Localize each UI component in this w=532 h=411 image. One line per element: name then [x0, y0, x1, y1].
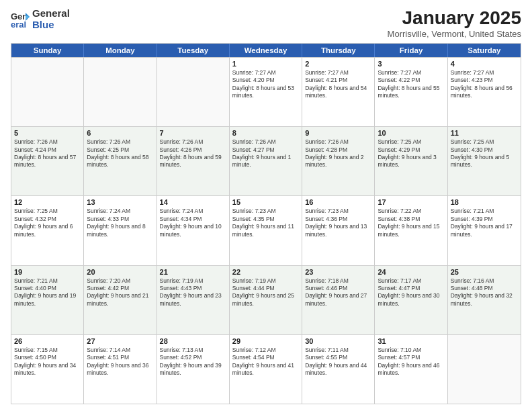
- cell-sun-info: Sunrise: 7:14 AM Sunset: 4:51 PM Dayligh…: [87, 347, 153, 377]
- day-number: 18: [451, 198, 518, 206]
- day-number: 14: [160, 198, 226, 206]
- calendar-week-2: 5Sunrise: 7:26 AM Sunset: 4:24 PM Daylig…: [11, 126, 521, 195]
- calendar: SundayMondayTuesdayWednesdayThursdayFrid…: [11, 43, 521, 404]
- calendar-week-4: 19Sunrise: 7:21 AM Sunset: 4:40 PM Dayli…: [11, 265, 521, 334]
- day-number: 26: [14, 337, 81, 345]
- calendar-day-22: 22Sunrise: 7:19 AM Sunset: 4:44 PM Dayli…: [230, 266, 302, 334]
- calendar-day-4: 4Sunrise: 7:27 AM Sunset: 4:23 PM Daylig…: [448, 58, 521, 126]
- day-number: 28: [160, 337, 226, 345]
- day-number: 16: [305, 198, 371, 206]
- calendar-day-1: 1Sunrise: 7:27 AM Sunset: 4:20 PM Daylig…: [230, 58, 302, 126]
- cell-sun-info: Sunrise: 7:17 AM Sunset: 4:47 PM Dayligh…: [378, 277, 444, 308]
- cell-sun-info: Sunrise: 7:15 AM Sunset: 4:50 PM Dayligh…: [14, 347, 81, 377]
- cell-sun-info: Sunrise: 7:12 AM Sunset: 4:54 PM Dayligh…: [232, 347, 299, 377]
- calendar-day-5: 5Sunrise: 7:26 AM Sunset: 4:24 PM Daylig…: [11, 127, 84, 195]
- logo-general-text: General: [32, 8, 70, 19]
- header-day-wednesday: Wednesday: [230, 44, 302, 57]
- cell-sun-info: Sunrise: 7:22 AM Sunset: 4:38 PM Dayligh…: [378, 208, 444, 238]
- calendar-week-3: 12Sunrise: 7:25 AM Sunset: 4:32 PM Dayli…: [11, 195, 521, 265]
- day-number: 5: [14, 129, 81, 137]
- calendar-day-17: 17Sunrise: 7:22 AM Sunset: 4:38 PM Dayli…: [375, 196, 447, 265]
- cell-sun-info: Sunrise: 7:25 AM Sunset: 4:32 PM Dayligh…: [14, 208, 81, 238]
- cell-sun-info: Sunrise: 7:26 AM Sunset: 4:24 PM Dayligh…: [14, 138, 81, 169]
- cell-sun-info: Sunrise: 7:19 AM Sunset: 4:43 PM Dayligh…: [160, 277, 226, 308]
- cell-sun-info: Sunrise: 7:10 AM Sunset: 4:57 PM Dayligh…: [378, 347, 444, 377]
- day-number: 7: [160, 129, 226, 137]
- title-area: January 2025 Morrisville, Vermont, Unite…: [388, 8, 521, 39]
- header-day-sunday: Sunday: [11, 44, 84, 57]
- calendar-day-7: 7Sunrise: 7:26 AM Sunset: 4:26 PM Daylig…: [157, 127, 230, 195]
- cell-sun-info: Sunrise: 7:27 AM Sunset: 4:22 PM Dayligh…: [378, 69, 444, 100]
- calendar-header-row: SundayMondayTuesdayWednesdayThursdayFrid…: [11, 44, 521, 57]
- page: Gen eral General Blue January 2025 Morri…: [0, 0, 532, 411]
- day-number: 25: [451, 268, 518, 276]
- calendar-day-31: 31Sunrise: 7:10 AM Sunset: 4:57 PM Dayli…: [375, 335, 447, 404]
- svg-text:eral: eral: [11, 19, 26, 29]
- cell-sun-info: Sunrise: 7:26 AM Sunset: 4:27 PM Dayligh…: [232, 138, 299, 169]
- logo: Gen eral General Blue: [11, 8, 70, 30]
- location: Morrisville, Vermont, United States: [388, 29, 521, 39]
- cell-sun-info: Sunrise: 7:23 AM Sunset: 4:36 PM Dayligh…: [305, 208, 371, 238]
- calendar-day-8: 8Sunrise: 7:26 AM Sunset: 4:27 PM Daylig…: [230, 127, 302, 195]
- month-title: January 2025: [388, 8, 521, 29]
- cell-sun-info: Sunrise: 7:27 AM Sunset: 4:23 PM Dayligh…: [451, 69, 518, 100]
- calendar-day-19: 19Sunrise: 7:21 AM Sunset: 4:40 PM Dayli…: [11, 266, 84, 334]
- calendar-day-28: 28Sunrise: 7:13 AM Sunset: 4:52 PM Dayli…: [157, 335, 230, 404]
- logo-blue-text: Blue: [32, 19, 70, 31]
- day-number: 17: [378, 198, 444, 206]
- calendar-day-27: 27Sunrise: 7:14 AM Sunset: 4:51 PM Dayli…: [84, 335, 157, 404]
- calendar-empty-cell: [11, 58, 84, 126]
- calendar-empty-cell: [157, 58, 230, 126]
- day-number: 20: [87, 268, 153, 276]
- header-day-thursday: Thursday: [302, 44, 375, 57]
- day-number: 6: [87, 129, 153, 137]
- cell-sun-info: Sunrise: 7:25 AM Sunset: 4:30 PM Dayligh…: [451, 138, 518, 169]
- calendar-day-26: 26Sunrise: 7:15 AM Sunset: 4:50 PM Dayli…: [11, 335, 84, 404]
- calendar-day-21: 21Sunrise: 7:19 AM Sunset: 4:43 PM Dayli…: [157, 266, 230, 334]
- logo-icon: Gen eral: [11, 10, 30, 29]
- day-number: 19: [14, 268, 81, 276]
- calendar-day-18: 18Sunrise: 7:21 AM Sunset: 4:39 PM Dayli…: [448, 196, 521, 265]
- calendar-day-12: 12Sunrise: 7:25 AM Sunset: 4:32 PM Dayli…: [11, 196, 84, 265]
- day-number: 3: [378, 60, 444, 68]
- calendar-empty-cell: [448, 335, 521, 404]
- cell-sun-info: Sunrise: 7:24 AM Sunset: 4:34 PM Dayligh…: [160, 208, 226, 238]
- logo-text: General Blue: [32, 8, 70, 30]
- cell-sun-info: Sunrise: 7:16 AM Sunset: 4:48 PM Dayligh…: [451, 277, 518, 308]
- day-number: 29: [232, 337, 299, 345]
- cell-sun-info: Sunrise: 7:27 AM Sunset: 4:20 PM Dayligh…: [232, 69, 299, 100]
- cell-sun-info: Sunrise: 7:25 AM Sunset: 4:29 PM Dayligh…: [378, 138, 444, 169]
- day-number: 23: [305, 268, 371, 276]
- calendar-day-25: 25Sunrise: 7:16 AM Sunset: 4:48 PM Dayli…: [448, 266, 521, 334]
- calendar-body: 1Sunrise: 7:27 AM Sunset: 4:20 PM Daylig…: [11, 57, 521, 404]
- header-day-tuesday: Tuesday: [157, 44, 230, 57]
- day-number: 12: [14, 198, 81, 206]
- cell-sun-info: Sunrise: 7:21 AM Sunset: 4:40 PM Dayligh…: [14, 277, 81, 308]
- day-number: 8: [232, 129, 299, 137]
- cell-sun-info: Sunrise: 7:23 AM Sunset: 4:35 PM Dayligh…: [232, 208, 299, 238]
- header: Gen eral General Blue January 2025 Morri…: [11, 8, 521, 39]
- calendar-day-11: 11Sunrise: 7:25 AM Sunset: 4:30 PM Dayli…: [448, 127, 521, 195]
- cell-sun-info: Sunrise: 7:21 AM Sunset: 4:39 PM Dayligh…: [451, 208, 518, 238]
- cell-sun-info: Sunrise: 7:11 AM Sunset: 4:55 PM Dayligh…: [305, 347, 371, 377]
- calendar-day-20: 20Sunrise: 7:20 AM Sunset: 4:42 PM Dayli…: [84, 266, 157, 334]
- calendar-day-2: 2Sunrise: 7:27 AM Sunset: 4:21 PM Daylig…: [302, 58, 375, 126]
- header-day-saturday: Saturday: [448, 44, 521, 57]
- day-number: 30: [305, 337, 371, 345]
- cell-sun-info: Sunrise: 7:19 AM Sunset: 4:44 PM Dayligh…: [232, 277, 299, 308]
- day-number: 10: [378, 129, 444, 137]
- day-number: 13: [87, 198, 153, 206]
- day-number: 4: [451, 60, 518, 68]
- calendar-week-1: 1Sunrise: 7:27 AM Sunset: 4:20 PM Daylig…: [11, 57, 521, 126]
- cell-sun-info: Sunrise: 7:26 AM Sunset: 4:25 PM Dayligh…: [87, 138, 153, 169]
- calendar-day-9: 9Sunrise: 7:26 AM Sunset: 4:28 PM Daylig…: [302, 127, 375, 195]
- cell-sun-info: Sunrise: 7:18 AM Sunset: 4:46 PM Dayligh…: [305, 277, 371, 308]
- header-day-friday: Friday: [375, 44, 447, 57]
- calendar-day-29: 29Sunrise: 7:12 AM Sunset: 4:54 PM Dayli…: [230, 335, 302, 404]
- cell-sun-info: Sunrise: 7:13 AM Sunset: 4:52 PM Dayligh…: [160, 347, 226, 377]
- calendar-day-6: 6Sunrise: 7:26 AM Sunset: 4:25 PM Daylig…: [84, 127, 157, 195]
- day-number: 9: [305, 129, 371, 137]
- calendar-day-10: 10Sunrise: 7:25 AM Sunset: 4:29 PM Dayli…: [375, 127, 447, 195]
- cell-sun-info: Sunrise: 7:27 AM Sunset: 4:21 PM Dayligh…: [305, 69, 371, 100]
- day-number: 2: [305, 60, 371, 68]
